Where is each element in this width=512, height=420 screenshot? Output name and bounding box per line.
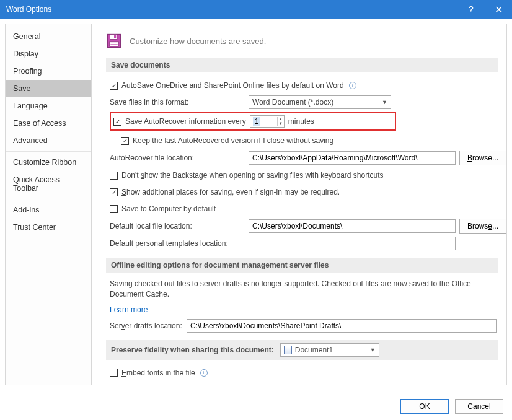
ar-location-input[interactable]	[249, 151, 456, 165]
default-local-label: Default local file location:	[110, 222, 245, 230]
window-title: Word Options	[6, 5, 51, 14]
default-local-input[interactable]	[249, 219, 456, 233]
autorecover-highlight: ✓ Save AutoRecover information every 1 ▲…	[110, 112, 396, 131]
save-to-pc-label: Save to Computer by default	[121, 204, 216, 213]
dont-show-backstage-checkbox[interactable]: ✓	[110, 172, 118, 180]
main-panel: Customize how documents are saved. Save …	[97, 24, 507, 385]
ar-browse-button[interactable]: Browse...	[459, 151, 506, 165]
server-drafts-label: Server drafts location:	[110, 322, 183, 330]
dialog-footer: OK Cancel	[400, 399, 503, 414]
sidebar-item-advanced[interactable]: Advanced	[6, 132, 91, 149]
save-format-value: Word Document (*.docx)	[252, 98, 333, 107]
titlebar-controls: ? ✕	[457, 0, 512, 19]
default-templates-label: Default personal templates location:	[110, 239, 245, 248]
section-save-documents: Save documents	[106, 58, 498, 72]
keep-last-label: Keep the last AutoRecovered version if I…	[133, 136, 333, 145]
autorecover-minutes-spinner[interactable]: 1 ▲▼	[250, 115, 285, 128]
preserve-label: Preserve fidelity when sharing this docu…	[111, 346, 274, 354]
sidebar-item-save[interactable]: Save	[6, 80, 91, 97]
section-offline: Offline editing options for document man…	[106, 258, 498, 273]
save-to-pc-checkbox[interactable]: ✓	[110, 205, 118, 213]
sidebar-item-trust-center[interactable]: Trust Center	[6, 219, 91, 236]
offline-message: Saving checked out files to server draft…	[110, 279, 494, 300]
sidebar-divider	[6, 151, 91, 152]
sidebar-item-qat[interactable]: Quick Access Toolbar	[6, 171, 91, 197]
autosave-checkbox[interactable]: ✓	[110, 82, 118, 90]
learn-more-link[interactable]: Learn more	[110, 305, 148, 314]
default-templates-input[interactable]	[249, 237, 456, 250]
chevron-down-icon: ▼	[382, 99, 387, 105]
close-button[interactable]: ✕	[485, 0, 512, 19]
embed-fonts-checkbox[interactable]: ✓	[110, 369, 118, 377]
info-icon[interactable]: i	[200, 369, 208, 377]
ar-location-label: AutoRecover file location:	[110, 154, 245, 162]
autosave-label: AutoSave OneDrive and SharePoint Online …	[121, 81, 344, 90]
sidebar-item-language[interactable]: Language	[6, 97, 91, 115]
help-button[interactable]: ?	[457, 0, 485, 19]
sidebar-item-addins[interactable]: Add-ins	[6, 201, 91, 219]
sidebar-item-customize-ribbon[interactable]: Customize Ribbon	[6, 154, 91, 171]
dont-show-backstage-label: Don't show the Backstage when opening or…	[121, 171, 384, 180]
svg-rect-3	[110, 42, 119, 46]
page-header: Customize how documents are saved.	[130, 37, 266, 46]
cancel-button[interactable]: Cancel	[455, 399, 503, 414]
preserve-doc-combo[interactable]: Document1 ▼	[280, 343, 379, 357]
save-format-combo[interactable]: Word Document (*.docx) ▼	[249, 95, 391, 109]
autorecover-value: 1	[253, 117, 261, 126]
svg-rect-2	[114, 35, 116, 38]
autorecover-checkbox[interactable]: ✓	[113, 118, 121, 126]
ok-button[interactable]: OK	[400, 399, 449, 414]
sidebar-item-ease-of-access[interactable]: Ease of Access	[6, 115, 91, 132]
show-additional-checkbox[interactable]: ✓	[110, 188, 118, 196]
server-drafts-input[interactable]	[187, 319, 497, 333]
info-icon[interactable]: i	[349, 82, 356, 89]
sidebar-item-general[interactable]: General	[6, 28, 91, 45]
save-floppy-icon	[106, 33, 122, 49]
spinner-buttons[interactable]: ▲▼	[277, 117, 284, 126]
preserve-doc-value: Document1	[295, 346, 333, 354]
default-local-browse-button[interactable]: Browse...	[459, 219, 506, 234]
word-document-icon	[284, 346, 292, 354]
show-additional-label: Show additional places for saving, even …	[121, 188, 340, 196]
sidebar-divider	[6, 199, 91, 199]
titlebar: Word Options ? ✕	[0, 0, 512, 19]
section-preserve: Preserve fidelity when sharing this docu…	[106, 340, 498, 360]
sidebar-item-display[interactable]: Display	[6, 45, 91, 63]
keep-last-checkbox[interactable]: ✓	[121, 137, 129, 145]
embed-fonts-label: Embed fonts in the file	[121, 369, 195, 377]
autorecover-label: Save AutoRecover information every	[125, 117, 246, 126]
minutes-label: minutes	[288, 117, 314, 126]
sidebar-item-proofing[interactable]: Proofing	[6, 63, 91, 80]
save-format-label: Save files in this format:	[110, 98, 245, 107]
sidebar: General Display Proofing Save Language E…	[5, 24, 92, 385]
chevron-down-icon: ▼	[370, 347, 376, 353]
